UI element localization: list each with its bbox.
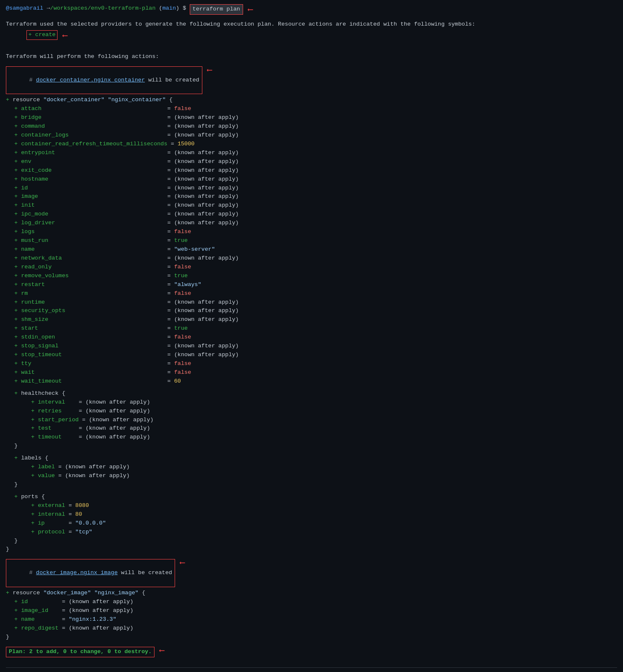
image-section-header: # docker_image.nginx_image will be creat…	[6, 559, 175, 587]
attr-entrypoint: + entrypoint = (known after apply)	[14, 149, 617, 158]
ports-block: + ports { + external = 8080 + internal =…	[14, 493, 617, 546]
attr-init: + init = (known after apply)	[14, 201, 617, 210]
arrow-3: ⟵	[207, 65, 212, 76]
hc-timeout: + timeout = (known after apply)	[31, 433, 617, 442]
attr-log-driver: + log_driver = (known after apply)	[14, 219, 617, 228]
ports-fields: + external = 8080 + internal = 80 + ip =…	[31, 501, 617, 537]
img-attr-image-id: + image_id = (known after apply)	[14, 606, 617, 615]
label-label: + label = (known after apply)	[31, 463, 617, 472]
user-host: @samgabrail	[6, 4, 43, 13]
attr-stop-timeout: + stop_timeout = (known after apply)	[14, 351, 617, 360]
container-header: # docker_container.nginx_container will …	[6, 65, 617, 96]
label-value: + value = (known after apply)	[31, 472, 617, 480]
attr-logs: + logs = false	[14, 228, 617, 236]
attr-image: + image = (known after apply)	[14, 192, 617, 201]
container-close: }	[6, 545, 617, 554]
attr-stop-signal: + stop_signal = (known after apply)	[14, 342, 617, 351]
healthcheck-header: + healthcheck {	[14, 389, 617, 398]
attr-rm: + rm = false	[14, 289, 617, 298]
port-internal: + internal = 80	[31, 510, 617, 519]
attr-command: + command = (known after apply)	[14, 122, 617, 131]
healthcheck-fields: + interval = (known after apply) + retri…	[31, 398, 617, 442]
labels-fields: + label = (known after apply) + value = …	[31, 463, 617, 480]
attr-attach: + attach = false	[14, 105, 617, 113]
image-header: # docker_image.nginx_image will be creat…	[6, 557, 617, 589]
prompt-symbol: $	[179, 4, 189, 13]
attr-name: + name = "web-server"	[14, 245, 617, 254]
attr-hostname: + hostname = (known after apply)	[14, 175, 617, 184]
attributes-block: + attach = false + bridge = (known after…	[14, 105, 617, 386]
labels-header: + labels {	[14, 454, 617, 463]
attr-ipc-mode: + ipc_mode = (known after apply)	[14, 210, 617, 219]
arrow-2: ⟵	[63, 30, 67, 42]
attr-restart: + restart = "always"	[14, 281, 617, 289]
port-protocol: + protocol = "tcp"	[31, 528, 617, 537]
attr-env: + env = (known after apply)	[14, 158, 617, 166]
hc-test: + test = (known after apply)	[31, 424, 617, 433]
attr-tty: + tty = false	[14, 360, 617, 368]
attr-start: + start = true	[14, 324, 617, 333]
attr-read-only: + read_only = false	[14, 263, 617, 272]
arrow-4: ⟵	[180, 557, 185, 569]
arrow-1: ⟵	[248, 4, 253, 16]
container-section-header: # docker_container.nginx_container will …	[6, 66, 202, 94]
prompt-line-1: @samgabrail →/workspaces/env0-terraform-…	[6, 4, 617, 16]
ports-header: + ports {	[14, 493, 617, 501]
port-external: + external = 8080	[31, 501, 617, 510]
arrow-5: ⟵	[160, 645, 164, 657]
attr-wait-timeout: + wait_timeout = 60	[14, 377, 617, 386]
create-line: + create⟵	[6, 30, 617, 48]
hc-retries: + retries = (known after apply)	[31, 407, 617, 416]
labels-block: + labels { + label = (known after apply)…	[14, 454, 617, 489]
attr-stdin-open: + stdin_open = false	[14, 333, 617, 342]
attr-security-opts: + security_opts = (known after apply)	[14, 307, 617, 315]
resource-line: + resource "docker_container" "nginx_con…	[6, 96, 617, 105]
hc-start-period: + start_period = (known after apply)	[31, 416, 617, 425]
command-highlight: terraform plan	[190, 4, 243, 15]
img-attr-name: + name = "nginx:1.23.3"	[14, 615, 617, 624]
img-attr-repo-digest: + repo_digest = (known after apply)	[14, 624, 617, 633]
labels-close: }	[14, 480, 617, 489]
ports-close: }	[14, 537, 617, 546]
note-section: Note: You didn't use the -out option to …	[6, 667, 617, 672]
attr-exit-code: + exit_code = (known after apply)	[14, 166, 617, 175]
attr-wait: + wait = false	[14, 368, 617, 377]
hc-interval: + interval = (known after apply)	[31, 398, 617, 407]
branch-open: (	[156, 4, 162, 13]
branch-close: )	[176, 4, 179, 13]
plan-summary-line: Plan: 2 to add, 0 to change, 0 to destro…	[6, 645, 617, 659]
create-keyword: + create	[26, 30, 58, 40]
img-attr-id: + id = (known after apply)	[14, 598, 617, 606]
path: /workspaces/env0-terraform-plan	[50, 4, 155, 13]
attr-network-data: + network_data = (known after apply)	[14, 254, 617, 263]
image-attributes-block: + id = (known after apply) + image_id = …	[14, 598, 617, 633]
attr-must-run: + must_run = true	[14, 236, 617, 245]
terminal: @samgabrail →/workspaces/env0-terraform-…	[0, 0, 623, 672]
healthcheck-close: }	[14, 442, 617, 451]
attr-runtime: + runtime = (known after apply)	[14, 298, 617, 307]
image-close: }	[6, 633, 617, 642]
arrow: →	[47, 4, 50, 13]
terraform-intro-line: Terraform used the selected providers to…	[6, 20, 617, 29]
attr-id: + id = (known after apply)	[14, 184, 617, 193]
attr-bridge: + bridge = (known after apply)	[14, 113, 617, 122]
arrow-separator	[43, 4, 47, 13]
port-ip: + ip = "0.0.0.0"	[31, 519, 617, 528]
attr-remove-volumes: + remove_volumes = true	[14, 272, 617, 281]
attr-shm-size: + shm_size = (known after apply)	[14, 315, 617, 324]
image-resource-line: + resource "docker_image" "nginx_image" …	[6, 589, 617, 598]
healthcheck-block: + healthcheck { + interval = (known afte…	[14, 389, 617, 451]
attr-container-read-refresh: + container_read_refresh_timeout_millise…	[14, 140, 617, 149]
actions-line: Terraform will perform the following act…	[6, 52, 617, 61]
branch-name: main	[162, 4, 176, 13]
attr-container-logs: + container_logs = (known after apply)	[14, 131, 617, 140]
plan-summary: Plan: 2 to add, 0 to change, 0 to destro…	[6, 647, 154, 657]
